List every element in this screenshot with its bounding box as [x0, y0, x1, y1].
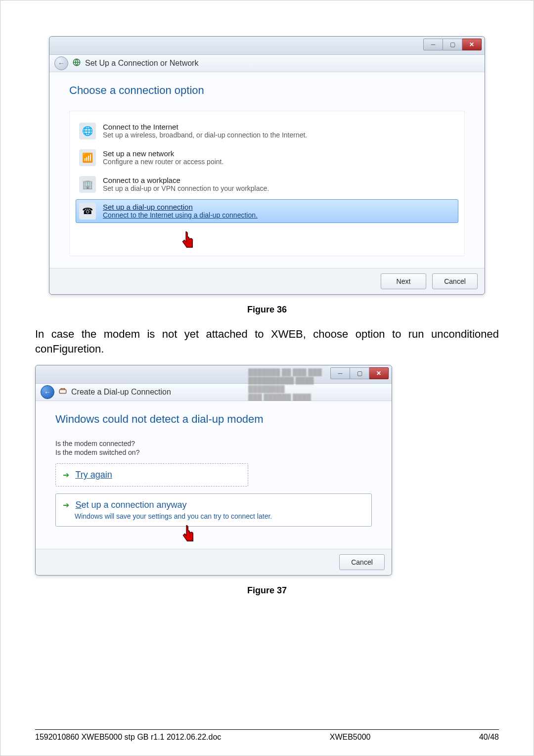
- figure-caption: Figure 36: [35, 305, 499, 315]
- command-desc: Windows will save your settings and you …: [75, 512, 364, 520]
- router-icon: 📶: [79, 149, 96, 166]
- wizard-button-row: Next Cancel: [49, 268, 485, 294]
- back-button[interactable]: ←: [54, 56, 68, 70]
- wizard-title: Set Up a Connection or Network: [85, 59, 198, 68]
- window-titlebar: ─ ▢ ✕: [49, 37, 485, 55]
- option-workplace[interactable]: 🏢 Connect to a workplace Set up a dial-u…: [76, 173, 458, 196]
- arrow-left-icon: ←: [58, 59, 65, 67]
- figure-caption: Figure 37: [35, 585, 499, 596]
- wizard-content: Windows could not detect a dial-up modem…: [36, 401, 392, 549]
- setup-anyway-command[interactable]: ➔ Set up a connection anyway Set up a co…: [55, 493, 372, 527]
- arrow-right-icon: ➔: [63, 471, 69, 479]
- building-icon: 🏢: [79, 176, 96, 193]
- option-desc: Connect to the Internet using a dial-up …: [103, 211, 258, 219]
- network-icon: [72, 58, 81, 69]
- footer-doc-name: 1592010860 XWEB5000 stp GB r1.1 2012.06.…: [35, 733, 221, 742]
- window-controls: ─ ▢ ✕: [423, 39, 482, 50]
- section-heading: Windows could not detect a dial-up modem: [55, 413, 372, 426]
- minimize-button[interactable]: ─: [330, 367, 350, 379]
- maximize-button[interactable]: ▢: [350, 367, 369, 379]
- wizard-navbar: ← Set Up a Connection or Network: [49, 55, 485, 72]
- minimize-button[interactable]: ─: [423, 39, 443, 50]
- option-new-network[interactable]: 📶 Set up a new network Configure a new r…: [76, 146, 458, 170]
- svg-rect-1: [59, 390, 66, 394]
- document-page: ─ ▢ ✕ ← Set Up a Connection or Network C…: [0, 0, 534, 756]
- option-desc: Configure a new router or access point.: [103, 158, 223, 166]
- create-dialup-window: ███████ ██ ███ █████████████ ████ ██████…: [35, 365, 392, 576]
- modem-icon: [58, 387, 67, 398]
- connection-option-list: 🌐 Connect to the Internet Set up a wirel…: [69, 111, 465, 256]
- setup-connection-window: ─ ▢ ✕ ← Set Up a Connection or Network C…: [49, 36, 485, 295]
- wizard-button-row: Cancel: [36, 549, 392, 575]
- option-dialup[interactable]: ☎ Set up a dial-up connection Connect to…: [76, 199, 458, 223]
- maximize-button[interactable]: ▢: [443, 39, 462, 50]
- arrow-right-icon: ➔: [63, 501, 69, 509]
- pointer-hand-icon: [178, 231, 198, 251]
- pointer-hand-icon: [179, 525, 199, 544]
- back-button[interactable]: ←: [41, 385, 54, 399]
- option-title: Set up a dial-up connection: [103, 203, 258, 211]
- close-button[interactable]: ✕: [369, 367, 389, 379]
- cancel-button[interactable]: Cancel: [432, 273, 478, 289]
- window-controls: ─ ▢ ✕: [330, 367, 389, 379]
- option-title: Connect to a workplace: [103, 176, 269, 184]
- next-button[interactable]: Next: [381, 273, 426, 289]
- globe-icon: 🌐: [79, 123, 96, 139]
- option-connect-internet[interactable]: 🌐 Connect to the Internet Set up a wirel…: [76, 119, 458, 143]
- close-button[interactable]: ✕: [462, 39, 482, 50]
- body-paragraph: In case the modem is not yet attached to…: [35, 327, 499, 356]
- window-titlebar: ███████ ██ ███ █████████████ ████ ██████…: [36, 365, 392, 384]
- option-title: Connect to the Internet: [103, 123, 307, 131]
- wizard-content: Choose a connection option 🌐 Connect to …: [49, 72, 485, 268]
- page-footer: 1592010860 XWEB5000 stp GB r1.1 2012.06.…: [35, 729, 499, 742]
- phone-icon: ☎: [79, 203, 96, 220]
- wizard-title: Create a Dial-up Connection: [71, 388, 171, 397]
- arrow-left-icon: ←: [44, 388, 51, 396]
- prompt-question: Is the modem connected?: [55, 440, 372, 447]
- option-title: Set up a new network: [103, 149, 223, 158]
- footer-product: XWEB5000: [330, 733, 371, 742]
- option-desc: Set up a wireless, broadband, or dial-up…: [103, 131, 307, 139]
- try-again-command[interactable]: ➔ TTry againry again: [55, 463, 248, 487]
- prompt-question: Is the modem switched on?: [55, 448, 372, 456]
- footer-page-number: 40/48: [479, 733, 499, 742]
- section-heading: Choose a connection option: [69, 84, 465, 97]
- option-desc: Set up a dial-up or VPN connection to yo…: [103, 184, 269, 192]
- cancel-button[interactable]: Cancel: [339, 554, 385, 570]
